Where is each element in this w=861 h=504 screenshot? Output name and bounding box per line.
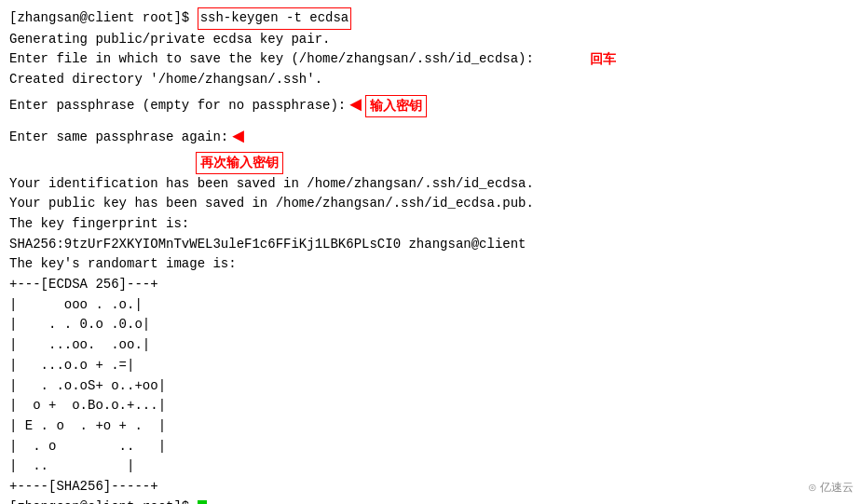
- watermark: ⊙ 亿速云: [808, 479, 854, 497]
- output-line-1: Generating public/private ecdsa key pair…: [9, 30, 852, 50]
- art-line-10: | .. |: [9, 456, 852, 477]
- art-line-5: | ...o.o + .=|: [9, 356, 852, 376]
- art-line-3: | . . 0.o .0.o|: [9, 315, 852, 335]
- art-line-11: +----[SHA256]-----+: [9, 477, 852, 497]
- annotation-input-key: 输入密钥: [365, 95, 427, 117]
- command-line: [zhangsan@client root]$ ssh-keygen -t ec…: [9, 7, 852, 30]
- final-prompt-line: [zhangsan@client root]$: [9, 497, 852, 504]
- watermark-text: 亿速云: [820, 481, 854, 494]
- output-line-10: The key's randomart image is:: [9, 254, 852, 275]
- cursor: [198, 500, 207, 504]
- terminal-window: [zhangsan@client root]$ ssh-keygen -t ec…: [0, 0, 861, 504]
- output-line-8: The key fingerprint is:: [9, 214, 852, 235]
- final-prompt-text: [zhangsan@client root]$: [9, 497, 198, 504]
- annotation-huiche: 回车: [590, 49, 616, 70]
- red-arrow-1: ◄: [349, 90, 362, 122]
- output-line-4: Enter passphrase (empty for no passphras…: [9, 90, 852, 122]
- command-text: ssh-keygen -t ecdsa: [198, 7, 352, 30]
- art-line-4: | ...oo. .oo.|: [9, 335, 852, 356]
- prompt-text: [zhangsan@client root]$: [9, 8, 198, 29]
- art-line-7: | o + o.Bo.o.+...|: [9, 396, 852, 416]
- art-line-9: | . o .. |: [9, 437, 852, 457]
- output-line-6: Your identification has been saved in /h…: [9, 174, 852, 195]
- watermark-icon: ⊙: [808, 481, 817, 494]
- output-line-9: SHA256:9tzUrF2XKYIOMnTvWEL3uleF1c6FFiKj1…: [9, 235, 852, 255]
- output-line-2: Enter file in which to save the key (/ho…: [9, 49, 852, 70]
- output-line-5: Enter same passphrase again: ◄ 再次输入密钥: [9, 122, 852, 174]
- art-line-6: | . .o.oS+ o..+oo|: [9, 376, 852, 397]
- output-line-3: Created directory '/home/zhangsan/.ssh'.: [9, 70, 852, 90]
- annotation-input-key2: 再次输入密钥: [196, 152, 283, 174]
- art-line-1: +---[ECDSA 256]---+: [9, 275, 852, 295]
- output-line-7: Your public key has been saved in /home/…: [9, 194, 852, 214]
- art-line-8: | E . o . +o + . |: [9, 416, 852, 437]
- art-line-2: | ooo . .o.|: [9, 295, 852, 316]
- red-arrow-2: ◄: [232, 122, 244, 154]
